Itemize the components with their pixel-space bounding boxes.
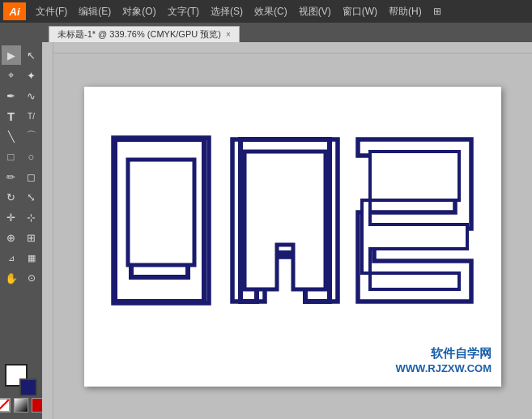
tool-group-nav: ✋ ⊙: [2, 268, 41, 288]
zoom-tool[interactable]: ⊙: [22, 268, 41, 288]
magic-wand-tool[interactable]: ✦: [22, 66, 41, 85]
ruler-vertical: [42, 42, 53, 419]
artboard: 软件自学网 WWW.RJZXW.COM: [84, 87, 501, 387]
tool-group-pen: ⌖ ✦: [2, 66, 41, 85]
watermark-name: 软件自学网: [396, 344, 492, 361]
menu-file[interactable]: 文件(F): [31, 3, 72, 20]
live-paint-tool[interactable]: ⊞: [22, 228, 41, 247]
direct-selection-tool[interactable]: ↖: [22, 45, 41, 65]
puppet-warp-tool[interactable]: ✛: [2, 207, 21, 227]
chart-tool[interactable]: ▦: [22, 248, 41, 267]
type-tool[interactable]: T: [2, 106, 21, 126]
menu-select[interactable]: 选择(S): [206, 3, 248, 20]
tab-title: 未标题-1* @ 339.76% (CMYK/GPU 预览): [57, 28, 221, 41]
curvature-tool[interactable]: ∿: [22, 86, 41, 105]
menu-object[interactable]: 对象(O): [117, 3, 160, 20]
left-toolbar: ▶ ↖ ⌖ ✦ ✒ ∿ T T/ ╲ ⌒ □ ○ ✏ ◻ ↻ ⤡: [0, 42, 42, 419]
tool-group-paint: ✏ ◻: [2, 167, 41, 186]
menu-bar: 文件(F) 编辑(E) 对象(O) 文字(T) 选择(S) 效果(C) 视图(V…: [31, 3, 529, 20]
lasso-tool[interactable]: ⌖: [2, 66, 21, 85]
gradient-icon[interactable]: [14, 398, 28, 413]
selection-tool[interactable]: ▶: [2, 45, 21, 65]
tab-close-button[interactable]: ×: [226, 30, 231, 39]
document-tab[interactable]: 未标题-1* @ 339.76% (CMYK/GPU 预览) ×: [49, 26, 240, 42]
app-logo: Ai: [3, 2, 26, 20]
canvas-area: 软件自学网 WWW.RJZXW.COM: [42, 42, 532, 419]
pattern-icon[interactable]: [32, 398, 42, 413]
perspective-tool[interactable]: ⊿: [2, 248, 21, 267]
ellipse-tool[interactable]: ○: [22, 147, 41, 166]
type-on-path-tool[interactable]: T/: [22, 106, 41, 126]
title-bar: Ai 文件(F) 编辑(E) 对象(O) 文字(T) 选择(S) 效果(C) 视…: [0, 0, 532, 23]
arc-tool[interactable]: ⌒: [22, 126, 41, 146]
svg-rect-6: [128, 160, 194, 265]
tool-group-warp: ✛ ⊹: [2, 207, 41, 227]
letter-s: [358, 139, 471, 301]
paintbrush-tool[interactable]: ✏: [2, 167, 21, 186]
tool-group-transform: ↻ ⤡: [2, 187, 41, 207]
stroke-color[interactable]: [19, 378, 37, 396]
color-section: [0, 364, 42, 416]
rotate-tool[interactable]: ↻: [2, 187, 21, 207]
ruler-horizontal: [42, 42, 532, 53]
main-area: ▶ ↖ ⌖ ✦ ✒ ∿ T T/ ╲ ⌒ □ ○ ✏ ◻ ↻ ⤡: [0, 42, 532, 419]
tool-group-shape: □ ○: [2, 147, 41, 166]
tool-group-type: T T/: [2, 106, 41, 126]
scale-tool[interactable]: ⤡: [22, 187, 41, 207]
watermark-url: WWW.RJZXW.COM: [396, 361, 492, 376]
watermark: 软件自学网 WWW.RJZXW.COM: [396, 344, 492, 376]
shape-builder-tool[interactable]: ⊕: [2, 228, 21, 247]
free-transform-tool[interactable]: ⊹: [22, 207, 41, 227]
tool-group-line: ╲ ⌒: [2, 126, 41, 146]
eraser-tool[interactable]: ◻: [22, 167, 41, 186]
menu-effect[interactable]: 效果(C): [249, 3, 292, 20]
grid-view-icon[interactable]: ⊞: [428, 4, 446, 19]
menu-text[interactable]: 文字(T): [163, 3, 204, 20]
tool-group-draw: ✒ ∿: [2, 86, 41, 105]
menu-view[interactable]: 视图(V): [294, 3, 336, 20]
menu-help[interactable]: 帮助(H): [384, 3, 427, 20]
letter-a: [232, 139, 338, 301]
menu-window[interactable]: 窗口(W): [338, 3, 382, 20]
line-tool[interactable]: ╲: [2, 126, 21, 146]
tool-group-builder: ⊕ ⊞: [2, 228, 41, 247]
tab-bar: 未标题-1* @ 339.76% (CMYK/GPU 预览) ×: [0, 23, 532, 42]
hand-tool[interactable]: ✋: [2, 268, 21, 288]
oas-artwork: [107, 123, 479, 350]
none-icon[interactable]: [0, 398, 11, 413]
tool-group-chart: ⊿ ▦: [2, 248, 41, 267]
tool-group-select: ▶ ↖: [2, 45, 41, 65]
rect-tool[interactable]: □: [2, 147, 21, 166]
menu-edit[interactable]: 编辑(E): [74, 3, 116, 20]
color-swatch-stack: [5, 364, 37, 396]
color-mode-row: [0, 398, 42, 413]
pen-tool[interactable]: ✒: [2, 86, 21, 105]
canvas-inner: 软件自学网 WWW.RJZXW.COM: [53, 53, 532, 419]
